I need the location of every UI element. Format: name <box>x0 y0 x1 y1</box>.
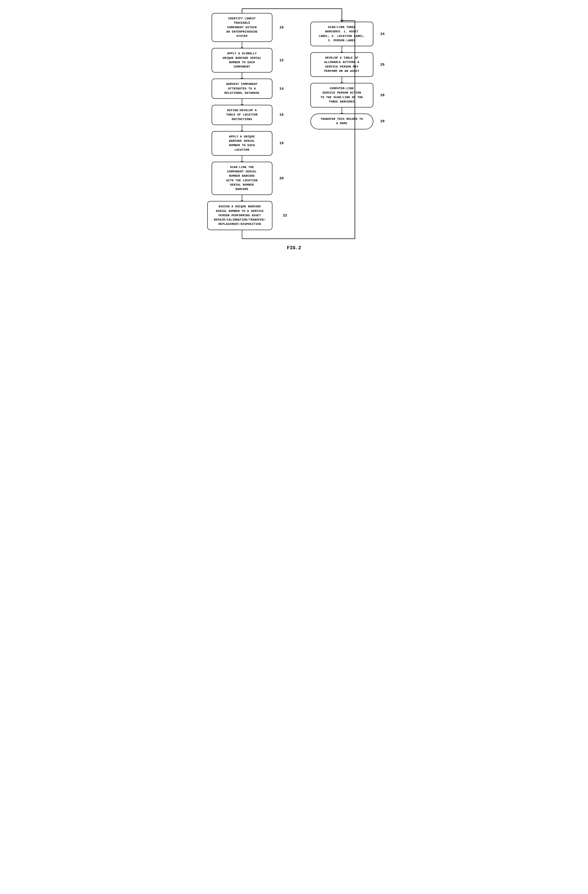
box-12-text: APPLY A GLOBALLY UNIQUE BARCODE SERIAL N… <box>223 52 261 68</box>
box-26-text: DEVELOP A TABLE OF ALLOWABLE ACTIONS A S… <box>324 56 359 73</box>
label-18: 18 <box>279 141 283 145</box>
box-22-text: ASSIGN A UNIQUE BARCODE SERIAL NUMBER TO… <box>214 205 265 226</box>
box-18-text: APPLY A UNIQUE BARCODE SERIAL NUMBER TO … <box>229 135 255 151</box>
box-10: IDENTIFY LOWEST TRACEABLE COMPONENT WITH… <box>212 13 272 42</box>
box-28-text: COMPUTER-LINK SERVICE PERSON ACTION TO T… <box>321 87 363 103</box>
label-26: 26 <box>380 63 384 66</box>
arrow-2 <box>242 72 242 79</box>
box-18: APPLY A UNIQUE BARCODE SERIAL NUMBER TO … <box>212 131 272 156</box>
label-22: 22 <box>283 214 287 217</box>
label-14: 14 <box>279 87 283 91</box>
box-10-text: IDENTIFY LOWEST TRACEABLE COMPONENT WITH… <box>226 17 258 38</box>
box-16-text: DEFINE/DEVELOP A TABLE OF LOCATION DEFIN… <box>226 109 258 121</box>
label-20: 20 <box>279 177 283 180</box>
label-12: 12 <box>279 58 283 62</box>
box-22: ASSIGN A UNIQUE BARCODE SERIAL NUMBER TO… <box>207 201 272 230</box>
flowchart: IDENTIFY LOWEST TRACEABLE COMPONENT WITH… <box>201 13 387 239</box>
label-28: 28 <box>380 94 384 97</box>
right-column: SCAN/LINK THREE BARCODES: 1. ASSET LABEL… <box>296 13 387 129</box>
arrow-1 <box>242 42 242 48</box>
label-29: 29 <box>380 119 384 123</box>
box-14: HARVEST COMPONENT ATTRIBUTES TO A RELATI… <box>212 79 272 99</box>
label-10: 10 <box>279 26 283 30</box>
arrow-3 <box>242 99 242 105</box>
left-column: IDENTIFY LOWEST TRACEABLE COMPONENT WITH… <box>201 13 283 239</box>
box-29: TRANSFER THIS RECORD TO A RDMS <box>311 113 373 129</box>
label-16: 16 <box>279 113 283 117</box>
diagram-container: IDENTIFY LOWEST TRACEABLE COMPONENT WITH… <box>196 5 392 264</box>
box-20: SCAN-LINK THE COMPONENT SERIAL NUMBER BA… <box>212 162 272 195</box>
arrow-4 <box>242 125 242 131</box>
box-12: APPLY A GLOBALLY UNIQUE BARCODE SERIAL N… <box>212 48 272 72</box>
arrow-r2 <box>342 77 342 83</box>
stem-bottom <box>242 230 242 239</box>
box-16: DEFINE/DEVELOP A TABLE OF LOCATION DEFIN… <box>212 105 272 125</box>
figure-label: FIG.2 <box>201 245 387 251</box>
box-28: COMPUTER-LINK SERVICE PERSON ACTION TO T… <box>311 83 373 107</box>
arrow-r3 <box>342 107 342 113</box>
box-29-text: TRANSFER THIS RECORD TO A RDMS <box>321 118 363 125</box>
box-14-text: HARVEST COMPONENT ATTRIBUTES TO A RELATI… <box>225 83 259 95</box>
box-26: DEVELOP A TABLE OF ALLOWABLE ACTIONS A S… <box>311 52 373 77</box>
arrow-r1 <box>342 46 342 52</box>
label-24: 24 <box>380 32 384 36</box>
arrow-6 <box>242 195 242 201</box>
box-24: SCAN/LINK THREE BARCODES: 1. ASSET LABEL… <box>311 22 373 46</box>
box-20-text: SCAN-LINK THE COMPONENT SERIAL NUMBER BA… <box>226 166 258 191</box>
box-24-text: SCAN/LINK THREE BARCODES: 1. ASSET LABEL… <box>319 26 365 42</box>
right-top-stem <box>342 13 342 22</box>
arrow-5 <box>242 156 242 162</box>
